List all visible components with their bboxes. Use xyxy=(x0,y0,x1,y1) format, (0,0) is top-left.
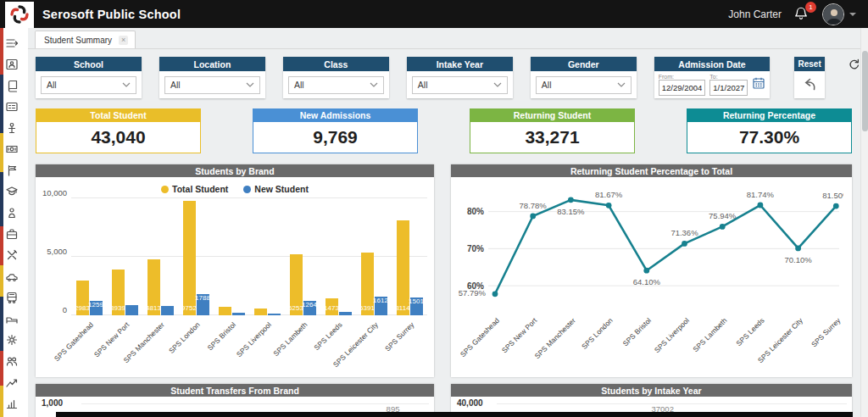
filter-school-dropdown[interactable]: All xyxy=(41,76,136,94)
point-value-label: 81.67% xyxy=(595,190,623,199)
new-student-bar[interactable]: 1788 xyxy=(197,294,209,315)
point-value-label: 70.10% xyxy=(784,255,812,264)
kpi-returning-student-label: Returning Student xyxy=(470,108,635,122)
total-student-bar[interactable] xyxy=(254,309,267,315)
legend-item[interactable]: New Student xyxy=(243,184,309,194)
bar-chart-x-labels: SPS GatesheadSPS New PortSPS ManchesterS… xyxy=(71,317,427,378)
total-student-bar[interactable]: 8114 xyxy=(397,220,409,315)
date-from-label: From: xyxy=(659,74,706,80)
svg-text:80%: 80% xyxy=(467,207,484,216)
trend-chart-icon[interactable] xyxy=(5,375,19,389)
total-student-bar[interactable]: 9752 xyxy=(183,201,196,315)
new-student-bar[interactable] xyxy=(339,312,352,315)
total-student-bar[interactable]: 5253 xyxy=(290,254,303,315)
new-student-bar[interactable]: 1612 xyxy=(375,297,387,315)
data-point[interactable] xyxy=(492,291,498,297)
filter-class-label: Class xyxy=(283,57,389,71)
car-icon[interactable] xyxy=(5,270,19,283)
filter-gender-value: All xyxy=(542,80,552,90)
tab-label: Student Summary xyxy=(44,36,112,45)
filter-school-value: All xyxy=(47,80,57,90)
tools-icon[interactable] xyxy=(5,248,19,262)
data-point[interactable] xyxy=(682,241,687,247)
filter-location-dropdown[interactable]: All xyxy=(164,76,260,94)
filter-location: Location All xyxy=(159,57,265,98)
data-point[interactable] xyxy=(530,214,536,220)
point-value-label: 75.94% xyxy=(709,211,737,220)
dashboard-screen: Serosoft Public School John Carter 1 xyxy=(0,0,868,417)
avatar[interactable] xyxy=(822,3,844,25)
bar-value-label: 1264 xyxy=(302,301,317,309)
svg-text:70%: 70% xyxy=(467,244,484,253)
data-point[interactable] xyxy=(643,268,649,274)
bus-icon[interactable] xyxy=(5,291,19,304)
point-value-label: 81.74% xyxy=(747,190,775,199)
person-pin-icon[interactable] xyxy=(5,206,19,220)
refresh-icon[interactable] xyxy=(848,58,860,75)
date-to-label: To: xyxy=(709,74,748,80)
kpi-total-student-label: Total Student xyxy=(36,108,201,122)
new-student-bar[interactable] xyxy=(161,306,174,315)
reset-button[interactable]: Reset xyxy=(794,57,825,98)
serosoft-logo xyxy=(5,2,34,28)
bar-chart-icon[interactable] xyxy=(5,397,19,410)
notifications-bell-icon[interactable]: 1 xyxy=(793,6,810,23)
total-student-bar[interactable]: 3939 xyxy=(112,270,125,315)
new-student-bar[interactable]: 1264 xyxy=(303,301,316,315)
person-stand-icon[interactable] xyxy=(5,121,19,135)
bar-value-label: 5391 xyxy=(359,304,375,312)
graduate-icon[interactable] xyxy=(5,185,19,198)
data-point[interactable] xyxy=(568,197,574,203)
tab-student-summary[interactable]: Student Summary × xyxy=(35,31,136,48)
new-student-bar[interactable]: 1259 xyxy=(90,301,103,315)
briefcase-icon[interactable] xyxy=(5,227,19,241)
total-student-bar[interactable]: 5391 xyxy=(361,253,374,315)
user-name: John Carter xyxy=(728,8,782,20)
data-point[interactable] xyxy=(720,224,726,230)
date-from-input[interactable]: 12/29/2004 xyxy=(659,80,706,96)
flag-icon[interactable] xyxy=(5,164,19,177)
new-student-bar[interactable]: 1501 xyxy=(410,297,423,315)
total-student-bar[interactable]: 2983 xyxy=(76,281,89,315)
total-student-bar[interactable]: 1473 xyxy=(326,298,338,315)
legend-item[interactable]: Total Student xyxy=(161,184,228,194)
reset-label: Reset xyxy=(794,57,825,71)
banknote-icon[interactable] xyxy=(5,142,19,156)
id-badge-icon[interactable] xyxy=(5,58,19,71)
scrollbar-thumb[interactable] xyxy=(862,51,868,131)
data-point[interactable] xyxy=(758,203,764,208)
kpi-returning-percentage-value: 77.30% xyxy=(687,122,852,153)
profile-caret-icon[interactable] xyxy=(849,13,856,16)
menu-toggle-icon[interactable] xyxy=(5,36,19,50)
filter-class-dropdown[interactable]: All xyxy=(288,76,384,94)
filter-gender-dropdown[interactable]: All xyxy=(536,76,632,94)
total-student-bar[interactable] xyxy=(219,307,231,315)
filter-intake-year-dropdown[interactable]: All xyxy=(412,76,508,94)
new-student-bar[interactable] xyxy=(232,313,245,315)
calendar-icon[interactable] xyxy=(752,76,765,93)
window-bottom-edge xyxy=(56,412,853,417)
kpi-total-student-value: 43,040 xyxy=(36,122,201,153)
line-chart-plot: 60%70%80%57.79%78.78%83.15%81.67%64.10%7… xyxy=(458,179,843,313)
tab-close-icon[interactable]: × xyxy=(119,36,128,45)
gear-icon[interactable] xyxy=(5,333,19,347)
bed-icon[interactable] xyxy=(5,312,19,325)
bar-group: 53911612 xyxy=(356,198,392,315)
data-point[interactable] xyxy=(606,203,612,208)
total-student-bar[interactable]: 4813 xyxy=(147,259,160,315)
legend-label: Total Student xyxy=(172,184,228,194)
kpi-new-admissions: New Admissions 9,769 xyxy=(253,108,418,153)
filter-intake-year: Intake Year All xyxy=(407,57,513,98)
users-icon[interactable] xyxy=(5,354,19,368)
new-student-bar[interactable] xyxy=(268,314,281,315)
data-point[interactable] xyxy=(833,203,839,209)
card-list-icon[interactable] xyxy=(5,100,19,114)
y-axis-tick: 5,000 xyxy=(47,247,67,256)
date-to-input[interactable]: 1/1/2027 xyxy=(709,80,748,96)
data-point[interactable] xyxy=(795,246,801,252)
book-icon[interactable] xyxy=(5,79,19,92)
logo-pinwheel-icon xyxy=(8,3,31,25)
point-value-label: 57.79% xyxy=(459,288,487,297)
kpi-returning-student: Returning Student 33,271 xyxy=(470,108,635,153)
new-student-bar[interactable] xyxy=(125,305,138,315)
